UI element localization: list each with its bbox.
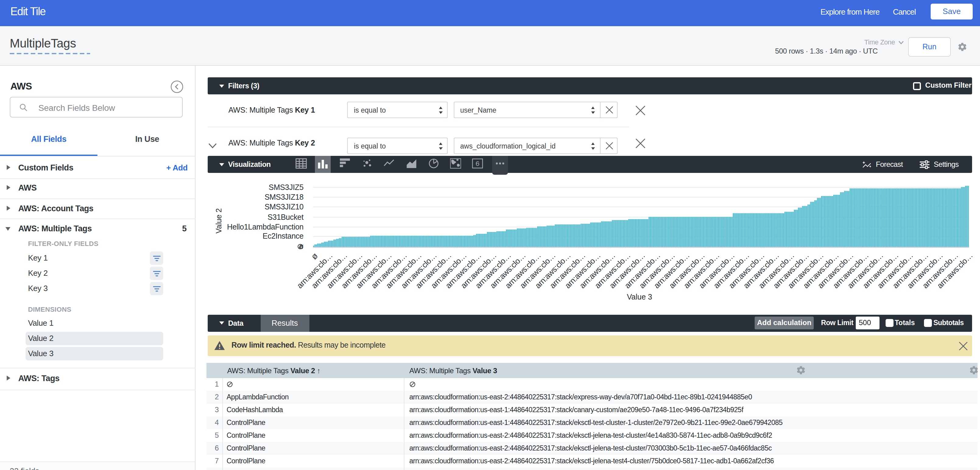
svg-text:6: 6 xyxy=(476,160,480,167)
